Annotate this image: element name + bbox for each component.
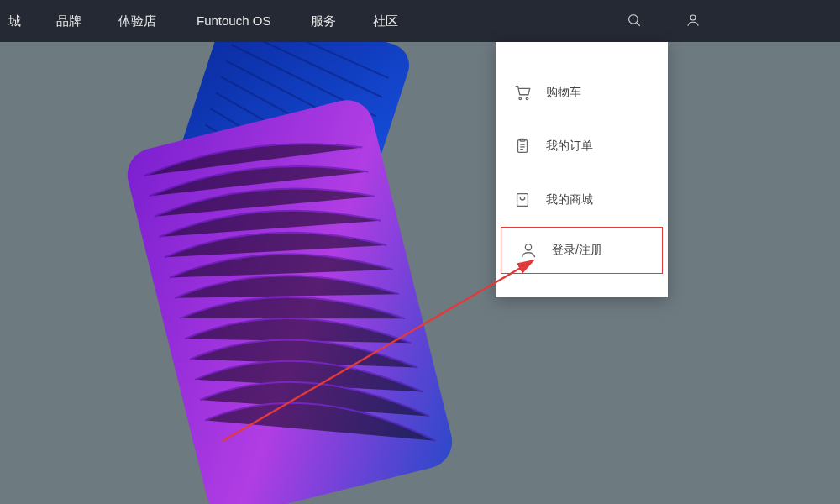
user-dropdown: 购物车 我的订单 我的商城 登录/注册: [496, 42, 668, 297]
svg-point-18: [526, 97, 528, 100]
nav-item-shop-partial[interactable]: 城: [8, 0, 38, 42]
dropdown-item-login[interactable]: 登录/注册: [501, 227, 663, 274]
nav-item-brand[interactable]: 品牌: [38, 0, 100, 42]
dropdown-label: 购物车: [546, 85, 581, 100]
hero-banner: [0, 42, 840, 504]
user-icon: [518, 240, 538, 260]
nav-item-funtouch[interactable]: Funtouch OS: [175, 0, 292, 42]
dropdown-label: 我的商城: [546, 192, 593, 207]
dropdown-item-cart[interactable]: 购物车: [496, 66, 668, 119]
clipboard-icon: [512, 136, 533, 156]
bag-icon: [512, 190, 533, 210]
navbar: 城 品牌 体验店 Funtouch OS 服务 社区: [0, 0, 840, 42]
hero-graphic: [76, 42, 546, 504]
dropdown-item-orders[interactable]: 我的订单: [496, 119, 668, 173]
nav-item-community[interactable]: 社区: [354, 0, 417, 42]
search-button[interactable]: [605, 0, 664, 42]
svg-line-1: [637, 22, 640, 25]
search-icon: [627, 13, 642, 30]
nav-item-service[interactable]: 服务: [292, 0, 354, 42]
user-menu-button[interactable]: [664, 0, 722, 42]
svg-point-17: [519, 97, 522, 100]
dropdown-item-mall[interactable]: 我的商城: [496, 173, 668, 227]
dropdown-label: 登录/注册: [552, 243, 602, 258]
cart-icon: [512, 82, 533, 102]
svg-point-2: [690, 15, 696, 20]
dropdown-label: 我的订单: [546, 139, 593, 154]
nav-item-store[interactable]: 体验店: [100, 0, 175, 42]
svg-rect-19: [518, 140, 528, 153]
svg-point-0: [629, 14, 638, 24]
user-icon: [685, 13, 701, 30]
svg-point-25: [525, 244, 531, 250]
